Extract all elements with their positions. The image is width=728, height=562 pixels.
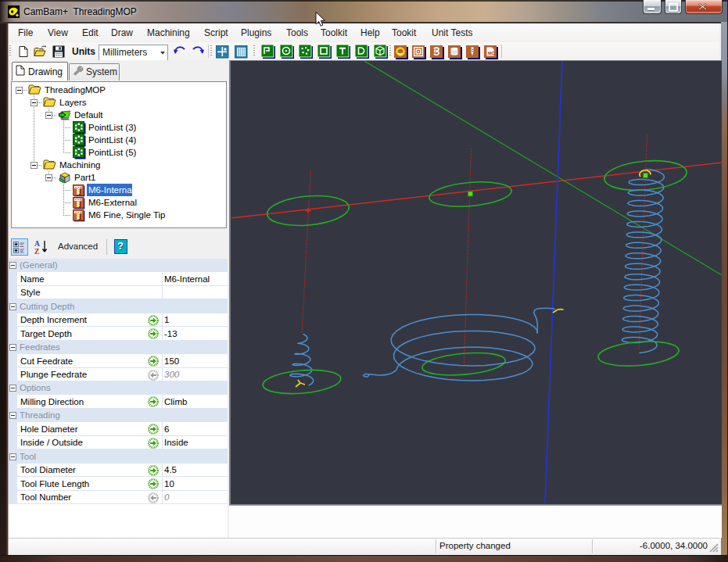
svg-text:Z: Z [34, 248, 39, 255]
svg-text:A: A [34, 240, 40, 248]
svg-text:MC: MC [488, 51, 495, 55]
